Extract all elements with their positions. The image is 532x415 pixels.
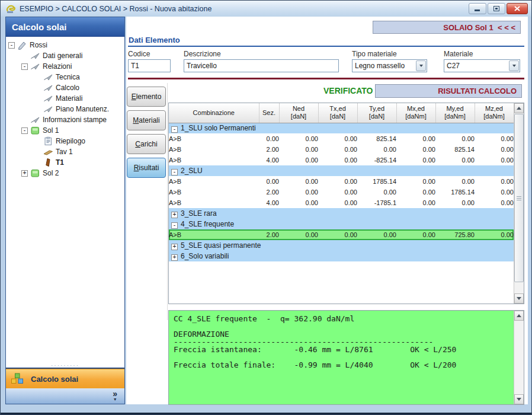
- expand-collapse-icon[interactable]: +: [171, 244, 178, 250]
- beam-icon: [43, 158, 53, 167]
- cell: 0.00: [396, 155, 435, 165]
- expand-collapse-icon[interactable]: +: [171, 212, 178, 218]
- table-row[interactable]: A>B4.000.000.00-825.140.000.000.00: [169, 155, 514, 165]
- column-header-mx-ed[interactable]: Mx,ed[daNm]: [396, 103, 435, 123]
- cell: 0.00: [475, 155, 514, 165]
- descrizione-input[interactable]: [184, 59, 339, 72]
- plank-icon: [43, 147, 53, 157]
- risultati-button[interactable]: Risultati: [127, 158, 166, 178]
- cell: 0.00: [396, 176, 435, 187]
- column-header-ned[interactable]: Ned[daN]: [279, 103, 318, 123]
- sidebar-title: Calcolo solai: [6, 17, 124, 37]
- cell: -825.14: [357, 155, 396, 165]
- module-button-calcolo-solai[interactable]: Calcolo solai: [6, 369, 124, 388]
- elemento-button[interactable]: Elemento: [127, 87, 166, 107]
- scrollbar-thumb[interactable]: [514, 114, 524, 282]
- group-row-3-sle-rara[interactable]: +3_SLE rara: [169, 208, 514, 219]
- table-row-selected[interactable]: A>B2.000.000.000.000.00725.800.00: [169, 229, 514, 240]
- cell: A>B: [169, 133, 259, 144]
- expand-collapse-icon[interactable]: -: [171, 169, 178, 175]
- group-row-1-slu-solo-permanenti[interactable]: -1_SLU solo Permanenti: [169, 123, 514, 133]
- dropdown-arrow-icon[interactable]: [416, 60, 426, 71]
- tree-item-sol-1[interactable]: -Sol 1: [6, 125, 124, 136]
- expand-collapse-icon[interactable]: -: [171, 222, 178, 229]
- scroll-down-button[interactable]: [514, 394, 524, 404]
- vertical-scrollbar[interactable]: [514, 311, 524, 404]
- tree-item-label: Materiali: [56, 94, 82, 103]
- maximize-button[interactable]: [488, 3, 505, 14]
- tree-item-tecnica[interactable]: Tecnica: [6, 72, 124, 82]
- cell: 0.00: [475, 197, 514, 208]
- column-header-tx-ed[interactable]: Tx,ed[daN]: [318, 103, 357, 123]
- group-row-4-sle-frequente[interactable]: -4_SLE frequente: [169, 219, 514, 229]
- tree-item-label: T1: [56, 158, 64, 167]
- panel-collapse-bar[interactable]: [6, 388, 124, 404]
- cell: 0.00: [396, 144, 435, 155]
- scroll-up-button[interactable]: [514, 103, 524, 113]
- window-bottom-edge: [1, 413, 531, 414]
- column-header-my-ed[interactable]: My,ed[daNm]: [435, 103, 475, 123]
- table-row[interactable]: A>B2.000.000.000.000.001785.140.00: [169, 187, 514, 197]
- arrow-down-icon: [517, 297, 521, 300]
- table-row[interactable]: A>B2.000.000.000.000.00825.140.00: [169, 144, 514, 155]
- codice-input[interactable]: [128, 59, 171, 72]
- tree-item-calcolo[interactable]: Calcolo: [6, 82, 124, 93]
- dropdown-arrow-icon[interactable]: [509, 60, 519, 71]
- tree-item-materiali[interactable]: Materiali: [6, 93, 124, 104]
- tipo-materiale-value: Legno massello: [352, 62, 416, 70]
- tree-item-informazioni-stampe[interactable]: Informazioni stampe: [6, 114, 124, 125]
- column-header-sez[interactable]: Sez.: [259, 103, 279, 123]
- tree-item-sol-2[interactable]: +Sol 2: [6, 168, 124, 178]
- expand-collapse-icon[interactable]: -: [21, 63, 28, 70]
- tree-item-label: Calcolo: [56, 84, 79, 92]
- carichi-button[interactable]: Carichi: [127, 134, 166, 154]
- expand-collapse-icon[interactable]: +: [21, 170, 28, 177]
- table-row[interactable]: A>B4.000.000.00-1785.10.000.000.00: [169, 197, 514, 208]
- tree-item-t1[interactable]: T1: [6, 157, 124, 168]
- cell: 0.00: [318, 155, 357, 165]
- codice-field-group: Codice: [128, 50, 171, 72]
- scroll-up-button[interactable]: [514, 311, 524, 321]
- column-header-ty-ed[interactable]: Ty,ed[daN]: [357, 103, 396, 123]
- expand-collapse-icon[interactable]: -: [21, 127, 28, 134]
- cell: 0.00: [259, 133, 279, 144]
- tree-item-relazioni[interactable]: -Relazioni: [6, 61, 124, 72]
- tree-item-dati-generali[interactable]: Dati generali: [6, 50, 124, 61]
- table-row[interactable]: A>B0.000.000.00825.140.000.000.00: [169, 133, 514, 144]
- solaio-banner[interactable]: SOLAIO Sol 1 < < <: [373, 21, 521, 34]
- cell: 0.00: [396, 229, 435, 240]
- cell: -1785.1: [357, 197, 396, 208]
- console-line: Freccia totale finale: -0.99 mm = L/4040…: [174, 361, 512, 369]
- scroll-down-button[interactable]: [514, 293, 524, 304]
- close-button[interactable]: [507, 3, 528, 14]
- descrizione-label: Descrizione: [184, 50, 339, 58]
- column-header-combinazione[interactable]: Combinazione: [169, 103, 259, 123]
- group-row-5-sle-quasi-permanente[interactable]: +5_SLE quasi permanente: [169, 240, 514, 251]
- cell: 825.14: [357, 133, 396, 144]
- vertical-scrollbar[interactable]: [514, 103, 524, 304]
- tree-item-piano-manutenz[interactable]: Piano Manutenz.: [6, 104, 124, 114]
- group-row-6-solo-variabili[interactable]: +6_Solo variabili: [169, 251, 514, 261]
- expand-collapse-icon[interactable]: -: [171, 126, 178, 133]
- expand-collapse-icon[interactable]: +: [171, 254, 178, 261]
- tree-item-riepilogo[interactable]: Riepilogo: [6, 136, 124, 146]
- console-line: CC 4_SLE frequente - q= 362.90 daN/ml: [174, 315, 512, 323]
- column-header-mz-ed[interactable]: Mz,ed[daNm]: [475, 103, 514, 123]
- splitter-handle[interactable]: [6, 363, 124, 369]
- tree-item-rossi[interactable]: -Rossi: [6, 40, 124, 50]
- expand-collapse-icon[interactable]: -: [8, 42, 15, 49]
- main-panel: SOLAIO Sol 1 < < < Dati Elemento Codice …: [126, 17, 528, 404]
- sidebar: Calcolo solai -RossiDati generali-Relazi…: [5, 17, 125, 404]
- tipo-materiale-select[interactable]: Legno massello: [352, 59, 427, 72]
- status-verificato: VERIFICATO: [323, 86, 373, 95]
- table-row[interactable]: A>B0.000.000.001785.140.000.000.00: [169, 176, 514, 187]
- materiale-value: C27: [444, 62, 509, 70]
- group-row-2-slu[interactable]: -2_SLU: [169, 165, 514, 176]
- minimize-button[interactable]: [469, 3, 486, 14]
- tree-item-tav-1[interactable]: Tav 1: [6, 146, 124, 157]
- cell: 4.00: [259, 155, 279, 165]
- materiali-button[interactable]: Materiali: [127, 110, 166, 130]
- arrow-icon: [43, 72, 53, 82]
- materiale-select[interactable]: C27: [444, 59, 520, 72]
- tree-item-label: Sol 1: [43, 126, 59, 135]
